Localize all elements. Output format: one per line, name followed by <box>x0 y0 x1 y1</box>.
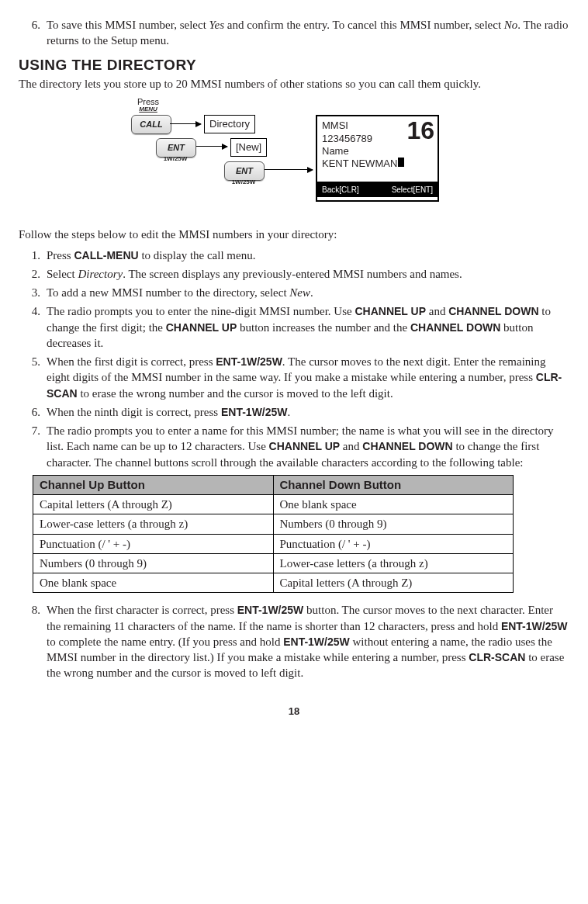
table-row: Punctuation (/ ' + -)Punctuation (/ ' + … <box>33 534 514 553</box>
step-1: Press CALL-MENU to display the call menu… <box>43 248 569 263</box>
channel-number: 16 <box>406 115 434 146</box>
table-row: Numbers (0 through 9)Lower-case letters … <box>33 553 514 573</box>
step-6: To save this MMSI number, select Yes and… <box>43 17 569 49</box>
step-4: The radio prompts you to enter the nine-… <box>43 303 569 351</box>
table-row: Lower-case letters (a through z)Numbers … <box>33 514 514 534</box>
arrow-ent-to-new <box>196 146 227 147</box>
step-8: When the first character is correct, pre… <box>43 602 569 681</box>
step-5: When the first digit is correct, press E… <box>43 354 569 401</box>
table-row: Capital letters (A through Z)One blank s… <box>33 495 514 514</box>
page-number: 18 <box>19 705 569 719</box>
screen-back-label: Back[CLR] <box>317 185 378 196</box>
screen-line-name-label: Name <box>322 145 433 158</box>
cursor-icon <box>398 158 404 167</box>
follow-line: Follow the steps below to edit the MMSI … <box>19 227 569 242</box>
character-scroll-table: Channel Up Button Channel Down Button Ca… <box>33 475 514 594</box>
step-2: Select Directory. The screen displays an… <box>43 266 569 282</box>
step-6b: When the ninth digit is correct, press E… <box>43 404 569 420</box>
directory-box: Directory <box>204 115 255 133</box>
arrow-call-to-directory <box>170 123 201 124</box>
screen-select-label: Select[ENT] <box>378 185 438 196</box>
th-channel-down: Channel Down Button <box>273 475 514 494</box>
steps-list-cont: When the first character is correct, pre… <box>19 602 569 681</box>
intro-text: The directory lets you store up to 20 MM… <box>19 76 569 92</box>
table-row: One blank spaceCapital letters (A throug… <box>33 573 514 593</box>
flow-diagram: Press MENU CALL Directory ENT 1W/25W [Ne… <box>123 98 465 222</box>
ent-sub-2: 1W/25W <box>224 178 263 187</box>
section-heading: USING THE DIRECTORY <box>19 55 569 75</box>
press-menu-label: Press MENU <box>137 98 159 113</box>
new-box: [New] <box>230 138 267 157</box>
step-7: The radio prompts you to enter a name fo… <box>43 423 569 470</box>
ent-sub-1: 1W/25W <box>156 155 195 164</box>
screen-line-name-value: KENT NEWMAN <box>322 158 433 170</box>
th-channel-up: Channel Up Button <box>33 475 274 494</box>
step-3: To add a new MMSI number to the director… <box>43 285 569 300</box>
steps-list: Press CALL-MENU to display the call menu… <box>19 248 569 470</box>
call-key: CALL <box>131 115 171 134</box>
arrow-ent-to-screen <box>265 169 313 170</box>
prior-steps-list: To save this MMSI number, select Yes and… <box>19 17 569 49</box>
radio-screen: 16 MMSI 123456789 Name KENT NEWMAN Back[… <box>316 115 439 202</box>
